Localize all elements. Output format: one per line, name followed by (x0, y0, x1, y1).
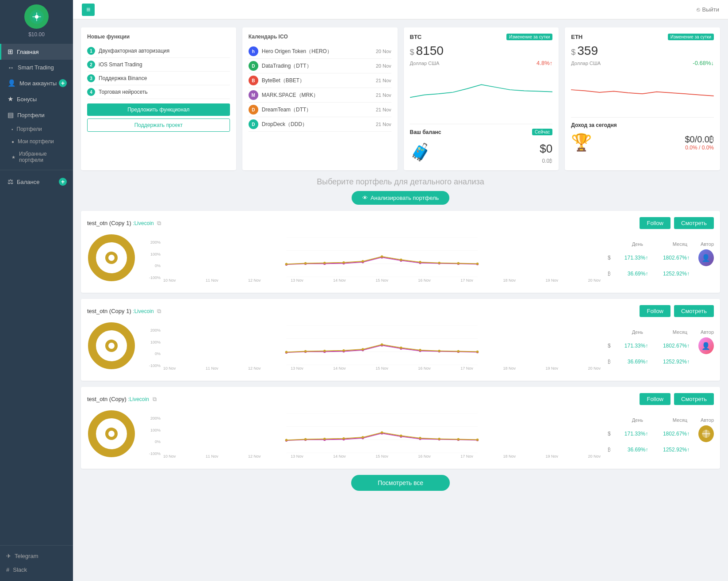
support-project-button[interactable]: Поддержать проект (87, 118, 230, 132)
ico-calendar-title: Календарь ICO (249, 34, 391, 40)
add-balance-button[interactable]: + (59, 178, 67, 186)
svg-point-30 (400, 259, 402, 261)
svg-point-86 (323, 438, 326, 440)
sidebar-item-bonuses[interactable]: ★ Бонусы (0, 91, 73, 107)
sidebar-item-portfolios[interactable]: ▤ Портфели (0, 107, 73, 123)
ico-logo-1: D (249, 61, 258, 71)
add-account-button[interactable]: + (59, 79, 67, 87)
svg-point-85 (304, 438, 307, 440)
btc-card: BTC Изменение за сутки $ 8150 Доллар США… (404, 27, 559, 170)
follow-button-2[interactable]: Follow (640, 393, 671, 405)
svg-point-57 (342, 349, 345, 352)
bonuses-icon: ★ (8, 95, 13, 103)
income-value: $0/0.0₿ (685, 134, 714, 145)
follow-button-1[interactable]: Follow (640, 305, 671, 317)
sidebar-balance: $10.00 (28, 31, 45, 38)
portfolio-chart-1 (162, 325, 602, 365)
watch-button-1[interactable]: Смотреть (674, 305, 714, 317)
svg-point-55 (304, 350, 307, 352)
svg-point-60 (400, 347, 402, 349)
svg-point-33 (457, 262, 460, 264)
ico-item-2: B ByteBet（BBET） 21 Nov (249, 73, 391, 88)
portfolio-chart-2 (162, 413, 602, 453)
ico-item-5: D DropDeck（DDD） 21 Nov (249, 117, 391, 132)
author-avatar-1: 👤 (698, 337, 714, 354)
logout-icon: ⎋ (697, 6, 700, 13)
author-avatar-0: 👤 (698, 249, 714, 266)
main-content: ≡ ⎋ Выйти Новые функции 1 Двухфакторная … (73, 0, 728, 581)
svg-point-29 (381, 256, 383, 258)
accounts-icon: 👤 (8, 79, 16, 87)
eye-icon: 👁 (362, 195, 368, 201)
trading-icon: ↔ (8, 64, 14, 71)
view-all-button[interactable]: Посмотреть все (351, 475, 450, 491)
sidebar-item-telegram[interactable]: ✈ Telegram (0, 549, 73, 563)
portfolio-name-0: test_otn (Copy 1) (87, 220, 131, 226)
portfolio-exchange-0: :Livecoin (133, 220, 153, 226)
eth-change: -0.68%↓ (693, 60, 714, 66)
svg-point-32 (438, 262, 440, 264)
svg-point-8 (108, 255, 115, 261)
btc-change: 4.8%↑ (536, 60, 552, 66)
sidebar-sub-favorites[interactable]: ★ Избранные портфели (0, 148, 73, 166)
sidebar-item-home[interactable]: ⊞ Главная (0, 44, 73, 60)
watch-button-0[interactable]: Смотреть (674, 217, 714, 229)
sidebar-item-slack[interactable]: # Slack (0, 563, 73, 577)
external-link-icon-0[interactable]: ⧉ (157, 220, 161, 226)
svg-point-56 (323, 350, 326, 352)
btc-currency: Доллар США (410, 61, 440, 66)
external-link-icon-2[interactable]: ⧉ (153, 396, 157, 402)
eth-price: 359 (577, 44, 598, 58)
ico-item-0: h Hero Origen Token（HERO） 20 Nov (249, 44, 391, 59)
svg-point-88 (362, 436, 364, 438)
svg-point-34 (476, 263, 479, 265)
svg-point-58 (362, 348, 364, 350)
eth-label: ETH (571, 34, 582, 40)
svg-point-31 (419, 261, 421, 263)
follow-button-0[interactable]: Follow (640, 217, 671, 229)
btc-badge: Изменение за сутки (506, 34, 552, 40)
portfolio-section-title: Выберите портфель для детального анализа (81, 177, 720, 187)
btc-price: 8150 (416, 44, 444, 58)
portfolio-name-2: test_otn (Copy) (87, 396, 126, 402)
svg-point-68 (108, 431, 115, 437)
svg-point-25 (304, 262, 307, 264)
svg-point-94 (476, 439, 479, 441)
ico-logo-2: B (249, 76, 258, 85)
sidebar-item-balance[interactable]: ⚖ Балансе + (0, 174, 73, 190)
analyze-portfolio-button[interactable]: 👁 Анализировать портфель (352, 191, 450, 205)
sidebar-logo (24, 4, 49, 29)
portfolio-name-1: test_otn (Copy 1) (87, 308, 131, 314)
ico-logo-0: h (249, 46, 258, 56)
sidebar-sub-my-portfolios[interactable]: ● Мои портфели (0, 135, 73, 148)
sidebar-item-accounts[interactable]: 👤 Мои аккаунты + (0, 75, 73, 91)
feature-item-1: 1 Двухфакторная авторизация (87, 44, 230, 58)
eth-badge: Изменение за сутки (668, 34, 714, 40)
feature-item-2: 2 iOS Smart Trading (87, 58, 230, 72)
portfolio-card-2: test_otn (Copy) :Livecoin ⧉ Follow Смотр… (81, 387, 720, 469)
sidebar-sub-portfolios[interactable]: ▪ Портфели (0, 123, 73, 135)
feature-item-4: 4 Торговая нейросеть (87, 85, 230, 99)
author-avatar-2 (698, 425, 714, 442)
portfolio-exchange-1: :Livecoin (133, 308, 153, 314)
balance-title: Ваш баланс (410, 129, 441, 135)
sidebar-item-smart-trading[interactable]: ↔ Smart Trading (0, 60, 73, 75)
svg-point-27 (342, 261, 345, 264)
svg-point-26 (323, 262, 326, 264)
ico-item-4: D DreamTeam（DTT） 21 Nov (249, 103, 391, 117)
suggest-feature-button[interactable]: Предложить функционал (87, 103, 230, 116)
svg-point-64 (476, 351, 479, 353)
topbar: ≡ ⎋ Выйти (73, 0, 728, 19)
sidebar-item-accounts-label: Мои аккаунты (19, 80, 57, 87)
svg-point-91 (419, 437, 421, 439)
watch-button-2[interactable]: Смотреть (674, 393, 714, 405)
logout-button[interactable]: ⎋ Выйти (697, 6, 720, 13)
svg-point-87 (342, 437, 345, 440)
eth-card: ETH Изменение за сутки $ 359 Доллар США … (565, 27, 720, 170)
external-link-icon-1[interactable]: ⧉ (157, 308, 161, 314)
income-pct: 0.0% / 0.0% (685, 145, 714, 151)
portfolios-icon: ▤ (8, 111, 14, 119)
income-title: Доход за сегодня (571, 122, 617, 128)
menu-button[interactable]: ≡ (82, 4, 95, 16)
sidebar-item-smart-label: Smart Trading (18, 64, 54, 71)
